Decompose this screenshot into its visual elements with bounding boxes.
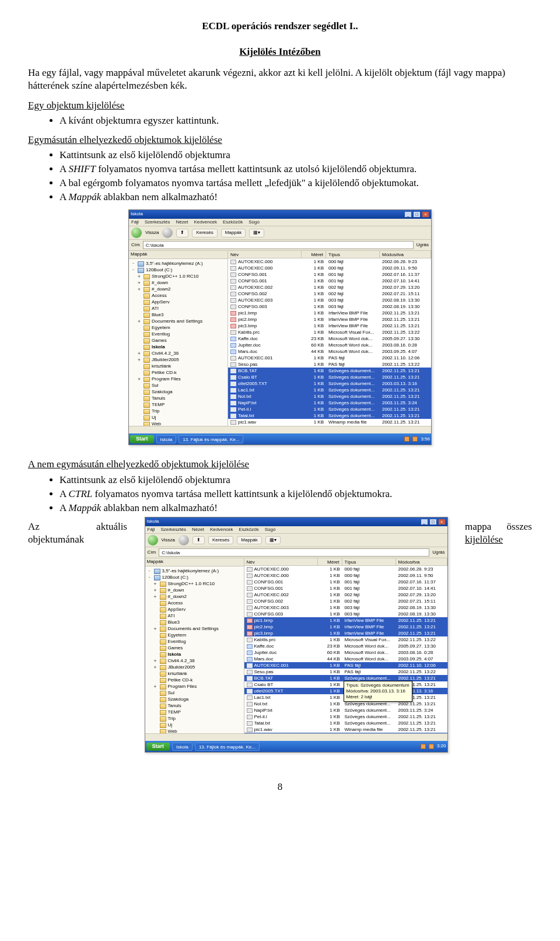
tree-node[interactable]: +JBuilder2005	[131, 357, 226, 363]
tree-node[interactable]: +Program Files	[147, 684, 242, 690]
forward-button[interactable]	[162, 228, 173, 238]
file-row[interactable]: CONFSG.0011 KB001 fájl2002.07.16. 11:37	[244, 579, 447, 585]
file-row[interactable]: AUTOEXEC.0011 KBPAS fájl2002.11.10. 12:0…	[244, 662, 447, 669]
tree-node[interactable]: +Civil4.4.2_38	[147, 658, 242, 664]
file-row[interactable]: BCB.TAT1 KBSzöveges dokument...2002.11.2…	[228, 368, 431, 374]
tree-node[interactable]: Blue3	[147, 620, 242, 626]
tray-icon[interactable]	[429, 744, 434, 749]
file-row[interactable]: CONFSG.0011 KB001 fájl2002.07.16. 11:37	[228, 271, 431, 278]
menu-help[interactable]: Súgó	[249, 219, 260, 225]
tree-node[interactable]: +#_down2	[131, 286, 226, 293]
tree-node[interactable]: Trip	[131, 408, 226, 415]
views-button[interactable]: ▦▾	[249, 229, 264, 237]
tree-node[interactable]: Sul	[147, 690, 242, 697]
file-row[interactable]: Seso.pas1 KBPAS fájl2002.11.25. 13:22	[244, 669, 447, 675]
tree-node[interactable]: AppServ	[131, 299, 226, 306]
menu-edit[interactable]: Szerkesztés	[160, 527, 186, 533]
tree-node[interactable]: -3,5"-es hajlékonylemez (A:)	[131, 261, 226, 267]
file-list-pane[interactable]: Név Méret Típus Módosítva AUTOEXEC.0001 …	[228, 251, 431, 426]
taskbar-item-doc[interactable]: 13. Fájlok és mappák. Ke...	[178, 435, 243, 443]
file-row[interactable]: CONFSG.0031 KB003 fájl2002.08.19. 13:30	[244, 611, 447, 617]
tree-node[interactable]: ATI	[131, 306, 226, 312]
file-row[interactable]: AUTOEXEC.0031 KB003 fájl2002.08.19. 13:3…	[244, 604, 447, 611]
file-row[interactable]: Nol.txt1 KBSzöveges dokument...2002.11.2…	[228, 393, 431, 400]
folders-button[interactable]: Mappák	[221, 229, 246, 237]
file-row[interactable]: Pet-il.l1 KBSzöveges dokument...2002.11.…	[244, 713, 447, 720]
file-row[interactable]: Seso.pas1 KBPAS fájl2002.11.25. 13:22	[228, 361, 431, 368]
file-row[interactable]: CONFSG.0011 KB001 fájl2002.07.10. 14:41	[228, 278, 431, 284]
file-row[interactable]: pic3.bmp1 KBIrfanView BMP File2002.11.25…	[228, 323, 431, 329]
maximize-button[interactable]: □	[429, 519, 437, 525]
file-row[interactable]: otlet2005.TXT1 KBSzöveges dokument...200…	[228, 380, 431, 387]
tree-node[interactable]: Games	[131, 338, 226, 344]
tree-node[interactable]: Szakdoga	[131, 389, 226, 396]
tree-node[interactable]: -120Boot (C:)	[147, 575, 242, 581]
folder-tree-pane[interactable]: Mappák -3,5"-es hajlékonylemez (A:)-120B…	[129, 251, 228, 426]
tree-node[interactable]: -3,5"-es hajlékonylemez (A:)	[147, 568, 242, 575]
file-row[interactable]: AUTOEXEC.0011 KBPAS fájl2002.11.10. 12:0…	[228, 355, 431, 361]
file-row[interactable]: CONFSG.0021 KB002 fájl2002.07.21. 15:11	[228, 291, 431, 297]
file-row[interactable]: pic3.bmp1 KBIrfanView BMP File2002.11.25…	[244, 630, 447, 636]
minimize-button[interactable]: _	[404, 211, 412, 218]
close-button[interactable]: ×	[438, 519, 446, 525]
file-row[interactable]: NaplP.txt1 KBSzöveges dokument...2003.11…	[244, 707, 447, 713]
taskbar-item-explorer[interactable]: Iskola	[156, 435, 177, 443]
tree-node[interactable]: -120Boot (C:)	[131, 267, 226, 274]
file-row[interactable]: Tatai.txt1 KBSzöveges dokument...2002.11…	[244, 720, 447, 726]
folder-tree-pane[interactable]: Mappák -3,5"-es hajlékonylemez (A:)-120B…	[145, 558, 244, 733]
tree-node[interactable]: +#_down2	[147, 594, 242, 600]
file-row[interactable]: pic1.wav1 KBWinamp media file2002.11.25.…	[244, 726, 447, 733]
file-row[interactable]: AUTOEXEC.0001 KB000 fájl2002.06.28. 9:23	[228, 258, 431, 265]
menu-favorites[interactable]: Kedvencek	[194, 219, 217, 225]
tree-node[interactable]: +#_down	[147, 587, 242, 594]
search-button[interactable]: Keresés	[192, 229, 217, 237]
col-name[interactable]: Név	[244, 558, 318, 565]
file-row[interactable]: pic1.bmp1 KBIrfanView BMP File2002.11.25…	[228, 310, 431, 316]
address-input[interactable]: C:\Iskola	[159, 548, 429, 557]
close-button[interactable]: ×	[422, 211, 429, 218]
tree-node[interactable]: Uj	[147, 722, 242, 729]
file-row[interactable]: AUTOEXEC.0021 KB002 fájl2002.07.29. 13:2…	[228, 284, 431, 291]
tree-node[interactable]: Blue3	[131, 312, 226, 319]
title-bar[interactable]: Iskola _ □ ×	[145, 517, 447, 526]
tray-icon[interactable]	[421, 744, 426, 749]
views-button[interactable]: ▦▾	[265, 536, 281, 544]
file-row[interactable]: AUTOEXEC.0001 KB000 fájl2002.09.11. 9:50	[228, 265, 431, 271]
tree-node[interactable]: krisztiánk	[131, 363, 226, 370]
tree-node[interactable]: +JBuilder2005	[147, 664, 242, 671]
back-button[interactable]	[148, 535, 158, 545]
tree-node[interactable]: Tanuls	[147, 703, 242, 709]
menu-tools[interactable]: Eszközök	[223, 219, 243, 225]
file-row[interactable]: pic2.bmp1 KBIrfanView BMP File2002.11.25…	[228, 316, 431, 323]
file-row[interactable]: zene1.wav1 KBWinamp media file2002.11.25…	[228, 425, 431, 426]
col-name[interactable]: Név	[228, 251, 302, 258]
file-row[interactable]: Kaffe.doc23 KBMicrosoft Word dok...2005.…	[244, 643, 447, 649]
tree-node[interactable]: Eventlog	[131, 331, 226, 338]
tree-node[interactable]: Web	[147, 729, 242, 734]
tree-node[interactable]: +Civil4.4.2_38	[131, 351, 226, 357]
back-button[interactable]	[131, 228, 142, 238]
start-button[interactable]: Start	[130, 435, 154, 443]
tree-node[interactable]: ATI	[147, 613, 242, 620]
tree-node[interactable]: +StrongDC++ 1.0 RC10	[147, 581, 242, 587]
col-date[interactable]: Módosítva	[380, 251, 431, 258]
file-row[interactable]: Lac1.txt1 KBSzöveges dokument...2002.11.…	[228, 387, 431, 393]
menu-edit[interactable]: Szerkesztés	[145, 219, 170, 225]
tree-node[interactable]: Szakdoga	[147, 697, 242, 703]
file-row[interactable]: Pet-il.l1 KBSzöveges dokument...2002.11.…	[228, 406, 431, 412]
file-row[interactable]: AUTOEXEC.0021 KB002 fájl2002.07.29. 13:2…	[244, 592, 447, 598]
tree-node[interactable]: Uj	[131, 415, 226, 421]
menu-file[interactable]: Fájl	[131, 219, 139, 225]
col-size[interactable]: Méret	[318, 558, 342, 565]
file-row[interactable]: NaplP.txt1 KBSzöveges dokument...2003.11…	[228, 400, 431, 406]
tray-icon[interactable]	[404, 436, 410, 442]
file-row[interactable]: Mars.doc44 KBMicrosoft Word dok...2003.0…	[244, 656, 447, 662]
tree-node[interactable]: TEMP	[131, 402, 226, 408]
file-row[interactable]: Tatai.txt1 KBSzöveges dokument...2002.11…	[228, 412, 431, 419]
file-row[interactable]: Kaffe.doc23 KBMicrosoft Word dok...2005.…	[228, 335, 431, 342]
file-list-pane[interactable]: Név Méret Típus Módosítva AUTOEXEC.0001 …	[244, 558, 447, 733]
tree-node[interactable]: +#_down	[131, 280, 226, 286]
tree-node[interactable]: Petike CD-k	[147, 677, 242, 684]
tree-node[interactable]: Iskola	[147, 652, 242, 658]
file-row[interactable]: AUTOEXEC.0001 KB000 fájl2002.06.28. 9:23	[244, 566, 447, 572]
